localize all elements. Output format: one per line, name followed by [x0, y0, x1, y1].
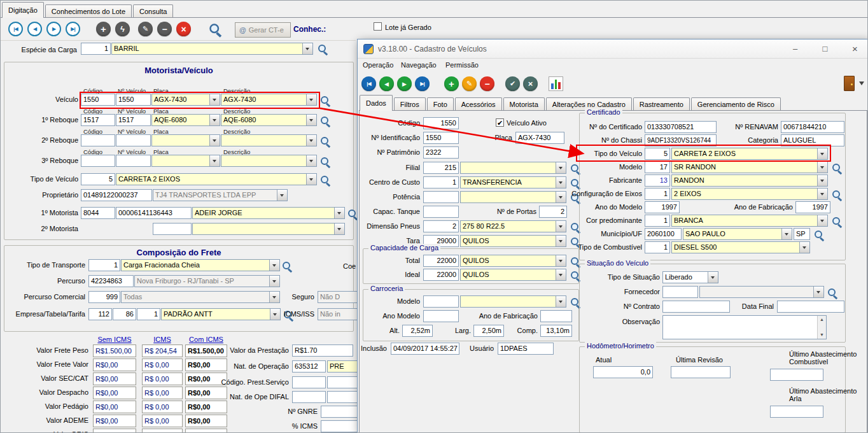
- grid-cell[interactable]: R$1.500,00: [93, 344, 136, 357]
- ideal-unidade-combo[interactable]: QUILOS: [460, 269, 566, 281]
- comp-field[interactable]: 13,10m: [540, 325, 572, 337]
- tab-acessorios[interactable]: Acessórios: [455, 97, 502, 111]
- modelo-code-field[interactable]: 17: [645, 161, 670, 173]
- tipo-do-veiculo-code-field[interactable]: 5: [645, 148, 670, 160]
- next-record-button[interactable]: ▶: [46, 22, 61, 36]
- categoria-field[interactable]: ALUGUEL: [781, 134, 844, 146]
- grid-cell[interactable]: R$0,00: [93, 401, 136, 413]
- veiculo-placa-combo[interactable]: AGX-7430: [151, 94, 220, 106]
- fabricante-combo[interactable]: RANDON: [671, 174, 828, 187]
- minimize-button[interactable]: –: [785, 39, 805, 58]
- reboque3-placa-combo[interactable]: [151, 155, 220, 167]
- grid-cell[interactable]: R$0,00: [93, 415, 136, 427]
- dropdown-arrow-icon[interactable]: [556, 177, 566, 188]
- ideal-field[interactable]: 22000: [423, 269, 459, 281]
- perc-icms-field[interactable]: [321, 420, 359, 432]
- data-final-field[interactable]: [777, 301, 844, 313]
- n-gnre-field[interactable]: [321, 406, 359, 418]
- alt-field[interactable]: 2,52m: [402, 325, 433, 337]
- dropdown-arrow-icon[interactable]: [556, 221, 566, 232]
- nat-ope-difal-field[interactable]: [292, 391, 326, 403]
- dropdown-arrow-icon[interactable]: [556, 236, 566, 246]
- search-toolbar-icon[interactable]: [208, 22, 223, 37]
- reboque1-search-icon[interactable]: [319, 115, 331, 127]
- tab-consulta[interactable]: Consulta: [133, 4, 173, 18]
- reboque1-descricao-combo[interactable]: AQE-6080: [221, 114, 317, 126]
- dropdown-arrow-icon[interactable]: [306, 94, 316, 105]
- grid-cell[interactable]: R$0,00: [185, 429, 227, 433]
- ultimo-abastecimento-arla-field[interactable]: [770, 406, 823, 418]
- grid-cell[interactable]: R$0,00: [93, 373, 136, 385]
- potencia-combo[interactable]: [460, 191, 566, 203]
- motorista2-codigo-field[interactable]: [153, 223, 192, 235]
- carroceria-ano-modelo-field[interactable]: [423, 310, 459, 322]
- dimensao-pneus-combo[interactable]: 275 80 R22.5: [460, 220, 566, 232]
- n-certificado-field[interactable]: 013330708521: [645, 121, 717, 133]
- centro-custo-combo[interactable]: TRANSFERENCIA: [460, 176, 566, 188]
- dropdown-arrow-icon[interactable]: [817, 175, 827, 186]
- tab-digitacao[interactable]: Digitação: [2, 2, 44, 18]
- dropdown-arrow-icon[interactable]: [817, 215, 827, 226]
- tab-filtros[interactable]: Filtros: [394, 97, 426, 111]
- motorista2-nome-combo[interactable]: [192, 223, 345, 235]
- especie-carga-combo[interactable]: BARRIL: [111, 43, 313, 55]
- reboque3-numero-field[interactable]: [116, 155, 151, 167]
- dropdown-arrow-icon[interactable]: [781, 229, 792, 239]
- n-chassi-field[interactable]: 9ADF13320VS126744: [645, 134, 717, 146]
- observacao-textarea[interactable]: [662, 315, 827, 339]
- reboque2-descricao-combo[interactable]: [221, 134, 317, 146]
- delete-record-button[interactable]: −: [157, 22, 172, 36]
- empresa-field[interactable]: 112: [88, 308, 112, 320]
- veiculo-codigo-field[interactable]: 1550: [81, 94, 115, 106]
- veiculo-ativo-checkbox[interactable]: ✔: [496, 118, 504, 127]
- capac-tanque-field[interactable]: [423, 206, 459, 218]
- potencia-code-field[interactable]: [423, 191, 459, 203]
- nat-operacao-code-field[interactable]: 635312: [292, 360, 326, 373]
- dropdown-arrow-icon[interactable]: [270, 309, 280, 320]
- cor-code-field[interactable]: 1: [645, 215, 670, 227]
- close-button[interactable]: ×: [845, 39, 865, 58]
- dropdown-arrow-icon[interactable]: [817, 162, 827, 173]
- grid-cell[interactable]: R$0,00: [93, 429, 136, 433]
- dropdown-arrow-icon[interactable]: [556, 192, 566, 202]
- tipo-do-veiculo-combo[interactable]: CARRETA 2 EIXOS: [671, 148, 828, 160]
- titlebar[interactable]: v3.18.00 - Cadastro de Veículos – □ ×: [358, 39, 868, 59]
- ano-do-modelo-field[interactable]: 1997: [645, 201, 680, 213]
- fornecedor-code-field[interactable]: [662, 286, 698, 298]
- tipo-veiculo-combo[interactable]: CARRETA 2 EIXOS: [116, 173, 317, 185]
- municipio-code-field[interactable]: 2060100: [645, 228, 682, 240]
- grid-cell[interactable]: R$1.500,00: [185, 344, 227, 357]
- dropdown-arrow-icon[interactable]: [334, 208, 344, 218]
- dropdown-arrow-icon[interactable]: [334, 224, 344, 234]
- toolbar-more-dropdown-icon[interactable]: [859, 82, 864, 88]
- total-unidade-combo[interactable]: QUILOS: [460, 255, 566, 267]
- tipo-transporte-combo[interactable]: Carga Fracionada Cheia: [121, 259, 280, 271]
- filial-combo[interactable]: [460, 162, 566, 174]
- centro-custo-code-field[interactable]: 1: [423, 176, 459, 188]
- motorista1-codigo-field[interactable]: 8044: [81, 207, 115, 219]
- grid-cell[interactable]: R$0,00: [93, 358, 136, 371]
- exit-door-icon[interactable]: [844, 76, 855, 91]
- dropdown-arrow-icon[interactable]: [556, 296, 566, 307]
- grid-cell[interactable]: R$0,00: [93, 387, 136, 399]
- reboque3-codigo-field[interactable]: [81, 155, 115, 167]
- tipo-veiculo-code-field[interactable]: 5: [81, 173, 115, 185]
- cor-combo[interactable]: BRANCA: [671, 215, 828, 227]
- reboque1-codigo-field[interactable]: 1517: [81, 114, 115, 126]
- maximize-button[interactable]: □: [815, 39, 835, 58]
- delete-record-button[interactable]: −: [480, 76, 494, 91]
- scroll-up-icon[interactable]: ▲: [818, 316, 826, 323]
- tarifa-combo[interactable]: PADRÃO ANTT: [161, 308, 281, 320]
- tipo-combustivel-code-field[interactable]: 1: [645, 241, 670, 253]
- add-record-button[interactable]: +: [444, 76, 459, 91]
- tarifa-field[interactable]: 1: [137, 308, 160, 320]
- grid-cell[interactable]: R$ 0,00: [142, 429, 183, 433]
- first-record-button[interactable]: |◀: [8, 22, 23, 36]
- tab-dados[interactable]: Dados: [360, 95, 393, 111]
- placa-field[interactable]: AGX-7430: [515, 132, 564, 144]
- add-record-button[interactable]: +: [96, 22, 111, 36]
- grid-cell[interactable]: R$0,00: [185, 415, 227, 427]
- veiculo-numero-field[interactable]: 1550: [116, 94, 151, 106]
- percurso-comercial-code-field[interactable]: 999: [88, 291, 120, 303]
- prior-record-button[interactable]: ◀: [379, 76, 394, 91]
